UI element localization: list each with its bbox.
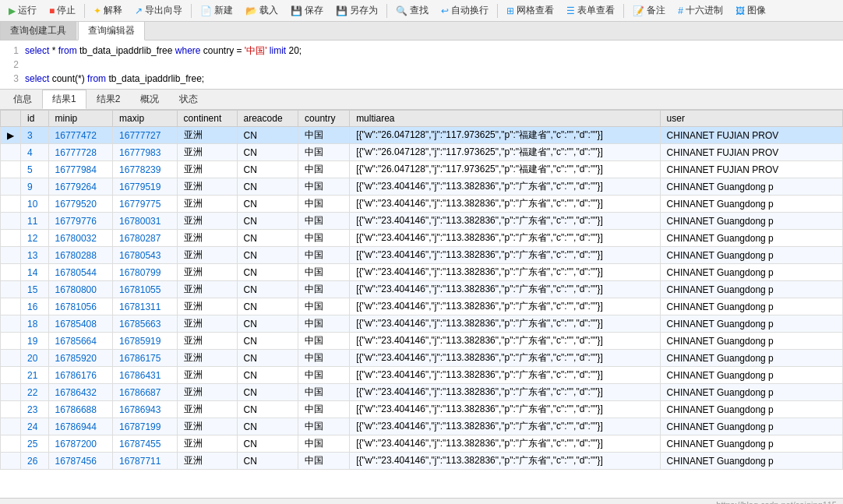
sep1 — [84, 4, 85, 18]
table-row[interactable]: 151678080016781055亚洲CN中国[{"w":"23.404146… — [1, 281, 843, 298]
cell-country: 中国 — [298, 401, 350, 418]
col-header-selector — [1, 111, 21, 127]
cell-areacode: CN — [237, 315, 298, 333]
cell-country: 中国 — [298, 178, 350, 196]
col-header-id[interactable]: id — [21, 111, 49, 127]
row-arrow — [1, 315, 21, 333]
table-row[interactable]: 201678592016786175亚洲CN中国[{"w":"23.404146… — [1, 350, 843, 367]
grid-view-button[interactable]: ⊞ 网格查看 — [501, 2, 559, 19]
load-button[interactable]: 📂 载入 — [240, 2, 284, 19]
table-row[interactable]: 221678643216786687亚洲CN中国[{"w":"23.404146… — [1, 384, 843, 401]
export-button[interactable]: ↗ 导出向导 — [129, 2, 188, 19]
table-row[interactable]: 111677977616780031亚洲CN中国[{"w":"23.404146… — [1, 213, 843, 230]
cell-continent: 亚洲 — [177, 161, 237, 178]
autowrap-label: 自动换行 — [451, 4, 489, 17]
table-row[interactable]: 251678720016787455亚洲CN中国[{"w":"23.404146… — [1, 435, 843, 453]
find-label: 查找 — [410, 4, 429, 17]
table-row[interactable]: ▶31677747216777727亚洲CN中国[{"w":"26.047128… — [1, 127, 843, 144]
explain-label: 解释 — [104, 4, 122, 17]
col-header-multiarea[interactable]: multiarea — [350, 111, 660, 127]
cell-id: 13 — [21, 247, 49, 264]
stop-button[interactable]: ■ 停止 — [44, 2, 81, 19]
new-button[interactable]: 📄 新建 — [195, 2, 238, 19]
cell-maxip: 16779519 — [113, 178, 177, 196]
col-header-user[interactable]: user — [660, 111, 842, 127]
table-row[interactable]: 161678105616781311亚洲CN中国[{"w":"23.404146… — [1, 298, 843, 315]
cell-user: CHINANET Guangdong p — [660, 401, 842, 418]
table-row[interactable]: 41677772816777983亚洲CN中国[{"w":"26.047128"… — [1, 144, 843, 161]
table-row[interactable]: 241678694416787199亚洲CN中国[{"w":"23.404146… — [1, 418, 843, 435]
col-header-maxip[interactable]: maxip — [113, 111, 177, 127]
run-label: 运行 — [18, 4, 37, 17]
sql-line-3: 3 select count(*) from tb_data_ipaddrlib… — [0, 72, 843, 86]
row-arrow — [1, 298, 21, 315]
tab-result2[interactable]: 结果2 — [86, 90, 131, 109]
cell-country: 中国 — [298, 127, 350, 144]
form-view-button[interactable]: ☰ 表单查看 — [561, 2, 620, 19]
table-row[interactable]: 261678745616787711亚洲CN中国[{"w":"23.404146… — [1, 453, 843, 470]
table-row[interactable]: 101677952016779775亚洲CN中国[{"w":"23.404146… — [1, 196, 843, 213]
table-row[interactable]: 191678566416785919亚洲CN中国[{"w":"23.404146… — [1, 333, 843, 350]
hex-button[interactable]: # 十六进制 — [672, 2, 728, 19]
explain-button[interactable]: ✦ 解释 — [88, 2, 128, 19]
cell-continent: 亚洲 — [177, 367, 237, 384]
image-button[interactable]: 🖼 图像 — [730, 2, 771, 19]
table-row[interactable]: 141678054416780799亚洲CN中国[{"w":"23.404146… — [1, 264, 843, 281]
row-arrow — [1, 144, 21, 161]
cell-continent: 亚洲 — [177, 127, 237, 144]
tab-query-editor[interactable]: 查询编辑器 — [78, 21, 145, 41]
new-label: 新建 — [214, 4, 233, 17]
autowrap-button[interactable]: ↩ 自动换行 — [436, 2, 494, 19]
tab-overview[interactable]: 概况 — [130, 90, 169, 109]
grid-icon: ⊞ — [506, 5, 514, 16]
tab-query-builder[interactable]: 查询创建工具 — [0, 21, 76, 40]
cell-id: 14 — [21, 264, 49, 281]
cell-maxip: 16786687 — [113, 384, 177, 401]
row-arrow — [1, 333, 21, 350]
col-header-continent[interactable]: continent — [177, 111, 237, 127]
table-row[interactable]: 131678028816780543亚洲CN中国[{"w":"23.404146… — [1, 247, 843, 264]
saveas-button[interactable]: 💾 另存为 — [330, 2, 383, 19]
row-arrow — [1, 213, 21, 230]
cell-maxip: 16785663 — [113, 315, 177, 333]
sql-line-1: 1 select * from tb_data_ipaddrlib_free w… — [0, 44, 843, 58]
table-row[interactable]: 181678540816785663亚洲CN中国[{"w":"23.404146… — [1, 315, 843, 333]
cell-multiarea: [{"w":"23.404146","j":"113.382836","p":"… — [350, 247, 660, 264]
cell-country: 中国 — [298, 333, 350, 350]
cell-minip: 16779520 — [48, 196, 112, 213]
cell-continent: 亚洲 — [177, 418, 237, 435]
cell-user: CHINANET Guangdong p — [660, 247, 842, 264]
col-header-areacode[interactable]: areacode — [237, 111, 298, 127]
table-row[interactable]: 51677798416778239亚洲CN中国[{"w":"26.047128"… — [1, 161, 843, 178]
note-button[interactable]: 📝 备注 — [627, 2, 671, 19]
sql-editor[interactable]: 1 select * from tb_data_ipaddrlib_free w… — [0, 41, 843, 90]
sql-line-2: 2 — [0, 58, 843, 72]
tab-result1[interactable]: 结果1 — [42, 90, 86, 109]
cell-areacode: CN — [237, 333, 298, 350]
cell-id: 15 — [21, 281, 49, 298]
table-row[interactable]: 211678617616786431亚洲CN中国[{"w":"23.404146… — [1, 367, 843, 384]
tab-info[interactable]: 信息 — [3, 90, 42, 109]
col-header-country[interactable]: country — [298, 111, 350, 127]
note-icon: 📝 — [633, 5, 644, 16]
cell-areacode: CN — [237, 401, 298, 418]
find-button[interactable]: 🔍 查找 — [390, 2, 434, 19]
data-table-container[interactable]: id minip maxip continent areacode countr… — [0, 110, 843, 498]
tab-status[interactable]: 状态 — [169, 90, 208, 109]
save-button[interactable]: 💾 保存 — [285, 2, 329, 19]
table-row[interactable]: 121678003216780287亚洲CN中国[{"w":"23.404146… — [1, 230, 843, 247]
col-header-minip[interactable]: minip — [48, 111, 112, 127]
cell-multiarea: [{"w":"23.404146","j":"113.382836","p":"… — [350, 230, 660, 247]
cell-user: CHINANET Guangdong p — [660, 384, 842, 401]
table-row[interactable]: 231678668816786943亚洲CN中国[{"w":"23.404146… — [1, 401, 843, 418]
grid-label: 网格查看 — [517, 4, 554, 17]
run-button[interactable]: ▶ 运行 — [3, 2, 42, 19]
cell-minip: 16786944 — [48, 418, 112, 435]
cell-minip: 16777984 — [48, 161, 112, 178]
cell-areacode: CN — [237, 435, 298, 453]
cell-country: 中国 — [298, 230, 350, 247]
cell-user: CHINANET Guangdong p — [660, 298, 842, 315]
table-row[interactable]: 91677926416779519亚洲CN中国[{"w":"23.404146"… — [1, 178, 843, 196]
cell-id: 10 — [21, 196, 49, 213]
cell-areacode: CN — [237, 418, 298, 435]
